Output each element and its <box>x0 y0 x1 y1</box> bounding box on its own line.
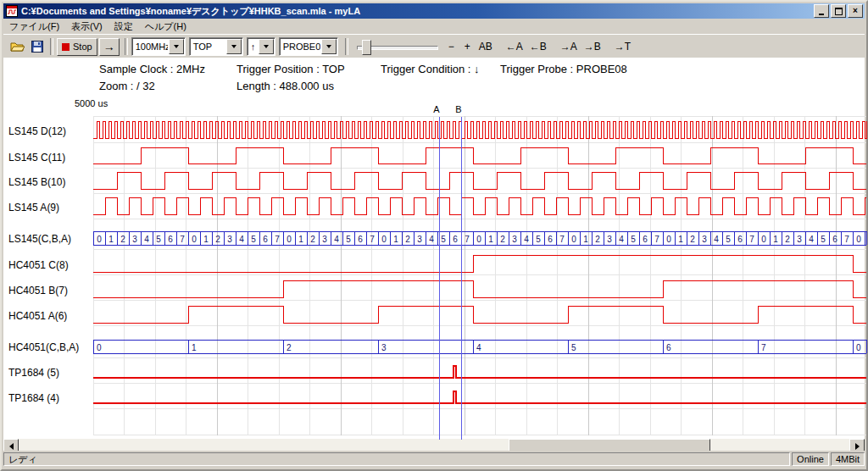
sample-rate-combobox[interactable]: 100MHz <box>131 37 186 56</box>
toolbar-separator <box>125 38 128 55</box>
wave-TP1684 (4) <box>93 391 866 403</box>
trigger-edge-combobox[interactable]: ↑ <box>247 37 275 56</box>
bus-value: 0 <box>97 235 102 244</box>
statusbar: レディ Online 4MBit <box>3 451 865 468</box>
channel-label: TP1684 (5) <box>8 367 59 379</box>
bus-value: 5 <box>631 235 636 244</box>
bus-value: 2 <box>287 343 292 352</box>
goto-marker-a-left-button[interactable]: ←A <box>504 38 526 55</box>
trigger-position-combobox[interactable]: TOP <box>189 37 243 56</box>
triangle-right-icon <box>855 443 860 450</box>
bus-value: 3 <box>132 235 137 244</box>
bus-value: 1 <box>298 235 303 244</box>
bus-value: 0 <box>381 235 387 244</box>
titlebar[interactable]: C:¥Documents and Settings¥noname¥デスクトップ¥… <box>3 3 865 19</box>
bus-value: 4 <box>239 235 244 244</box>
bus-LS145(C,B,A): 0123456701234567012345670123456701234567… <box>93 231 866 245</box>
trigger-probe-combobox[interactable]: PROBE00 <box>279 37 338 56</box>
wave-LS145 B(10) <box>93 172 866 189</box>
bus-value: 0 <box>287 235 292 244</box>
toolbar-separator <box>50 38 53 55</box>
info-trigger-probe: Trigger Probe : PROBE08 <box>500 63 627 75</box>
menu-help[interactable]: ヘルプ(H) <box>139 19 192 35</box>
zoom-slider[interactable] <box>355 38 440 55</box>
bus-value: 5 <box>441 235 446 244</box>
info-zoom: Zoom : / 32 <box>99 80 155 92</box>
bus-value: 0 <box>571 235 576 244</box>
wave-TP1684 (5) <box>93 366 866 378</box>
open-folder-icon <box>10 41 25 53</box>
goto-marker-b-right-button[interactable]: →B <box>581 38 604 55</box>
bus-value: 4 <box>524 235 529 244</box>
save-file-button[interactable] <box>27 37 47 56</box>
dropdown-button[interactable] <box>321 39 337 54</box>
zoom-slider-thumb[interactable] <box>362 40 371 55</box>
bus-value: 3 <box>797 235 802 244</box>
wave-LS145 A(9) <box>93 197 866 214</box>
toolbar: Stop → 100MHz TOP ↑ PROBE00 − + AB ←A ←B <box>3 34 865 59</box>
floppy-disk-icon <box>31 41 43 53</box>
chevron-down-icon <box>231 45 236 48</box>
channel-label: LS145 D(12) <box>8 125 66 137</box>
channel-label: HC4051 B(7) <box>8 285 68 296</box>
bus-value: 4 <box>334 235 339 244</box>
info-length: Length : 488.000 us <box>236 80 334 92</box>
bus-value: 6 <box>832 235 837 244</box>
info-trigger-condition: Trigger Condition : ↓ <box>381 63 480 75</box>
bus-value: 4 <box>429 235 434 244</box>
menu-view[interactable]: 表示(V) <box>65 19 108 35</box>
waveform-display[interactable]: 5000 usLS145 D(12)LS145 C(11)LS145 B(10)… <box>2 99 868 441</box>
bus-value: 3 <box>322 235 327 244</box>
bus-value: 0 <box>856 235 861 244</box>
zoom-in-button[interactable]: + <box>460 38 475 55</box>
wave-HC4051 C(8) <box>93 255 866 272</box>
marker-label-B: B <box>455 104 461 114</box>
bus-value: 5 <box>821 235 826 244</box>
marker-label-A: A <box>433 104 440 114</box>
bus-value: 0 <box>761 235 766 244</box>
goto-trigger-button[interactable]: →T <box>612 38 633 55</box>
bus-value: 7 <box>559 235 565 244</box>
info-trigger-position: Trigger Position : TOP <box>236 63 345 75</box>
dropdown-button[interactable] <box>259 39 274 54</box>
maximize-button[interactable] <box>831 4 846 18</box>
bus-value: 0 <box>666 235 671 244</box>
status-online: Online <box>792 452 829 466</box>
chevron-down-icon <box>326 45 331 48</box>
dropdown-button[interactable] <box>169 39 184 54</box>
chevron-down-icon <box>264 45 269 48</box>
stop-icon <box>62 43 70 51</box>
sample-rate-value: 100MHz <box>132 42 168 52</box>
run-button[interactable]: → <box>99 38 120 56</box>
bus-value: 5 <box>536 235 541 244</box>
bus-value: 0 <box>476 235 481 244</box>
stop-button[interactable]: Stop <box>57 38 97 56</box>
zoom-ab-button[interactable]: AB <box>476 38 495 55</box>
close-button[interactable]: × <box>848 4 863 18</box>
channel-label: LS145 B(10) <box>8 176 65 188</box>
goto-marker-a-right-button[interactable]: →A <box>558 38 580 55</box>
bus-value: 1 <box>108 235 114 244</box>
open-file-button[interactable] <box>8 37 27 56</box>
trigger-position-value: TOP <box>190 42 225 52</box>
stop-label: Stop <box>73 42 92 52</box>
minimize-button[interactable] <box>814 4 829 18</box>
goto-marker-b-left-button[interactable]: ←B <box>527 38 549 55</box>
bus-value: 1 <box>192 343 197 352</box>
bus-value: 3 <box>512 235 517 244</box>
menu-file[interactable]: ファイル(F) <box>3 19 65 35</box>
bus-value: 6 <box>548 235 553 244</box>
zoom-out-button[interactable]: − <box>444 38 459 55</box>
bus-value: 0 <box>856 343 861 352</box>
bus-value: 4 <box>714 235 719 244</box>
bus-value: 6 <box>643 235 648 244</box>
triangle-left-icon <box>9 443 14 450</box>
dropdown-button[interactable] <box>226 39 242 54</box>
status-ready: レディ <box>3 452 790 466</box>
waveform-grid <box>93 116 866 435</box>
menu-settings[interactable]: 設定 <box>108 19 139 35</box>
bus-value: 2 <box>690 235 695 244</box>
bus-value: 1 <box>583 235 588 244</box>
bus-value: 7 <box>654 235 659 244</box>
menubar: ファイル(F) 表示(V) 設定 ヘルプ(H) <box>3 19 865 34</box>
